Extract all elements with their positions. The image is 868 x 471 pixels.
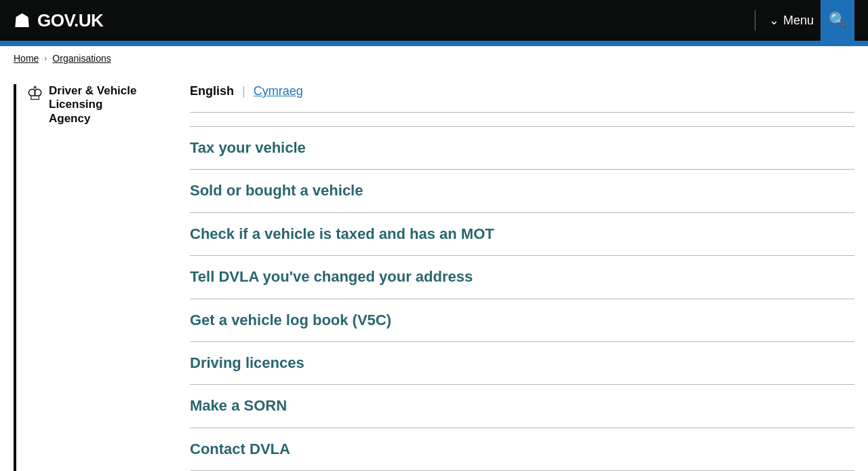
link-item[interactable]: Make a SORN (190, 385, 854, 428)
link-item[interactable]: Tax your vehicle (190, 126, 854, 170)
main-layout: ♔ Driver & Vehicle Licensing Agency Engl… (0, 71, 868, 471)
breadcrumb-home[interactable]: Home (14, 53, 39, 64)
sidebar: ♔ Driver & Vehicle Licensing Agency (14, 84, 163, 471)
breadcrumb-organisations[interactable]: Organisations (52, 53, 111, 64)
header-left: ☗ GOV.UK (14, 10, 103, 32)
breadcrumb: Home › Organisations (0, 46, 868, 71)
link-item[interactable]: Get a vehicle log book (V5C) (190, 299, 854, 342)
search-icon: 🔍 (829, 12, 847, 29)
link-item[interactable]: Driving licences (190, 342, 854, 385)
link-item[interactable]: Check if a vehicle is taxed and has an M… (190, 213, 854, 256)
current-language: English (190, 84, 234, 98)
link-item[interactable]: Sold or bought a vehicle (190, 170, 854, 212)
blue-accent-bar (0, 41, 868, 46)
sidebar-org-name: Driver & Vehicle Licensing Agency (49, 84, 136, 126)
cymraeg-link[interactable]: Cymraeg (254, 84, 303, 98)
site-header: ☗ GOV.UK ⌄ Menu 🔍 (0, 0, 868, 41)
link-item[interactable]: Tell DVLA you've changed your address (190, 256, 854, 299)
links-list: Tax your vehicleSold or bought a vehicle… (190, 126, 854, 471)
gov-uk-title: GOV.UK (37, 10, 103, 31)
search-button[interactable]: 🔍 (821, 0, 854, 41)
dvla-crest-icon: ♔ (26, 84, 43, 103)
language-switcher: English | Cymraeg (190, 84, 854, 113)
link-item[interactable]: Contact DVLA (190, 428, 854, 471)
gov-logo[interactable]: ☗ GOV.UK (14, 10, 103, 32)
header-right: ⌄ Menu 🔍 (755, 0, 854, 41)
main-content: English | Cymraeg Tax your vehicleSold o… (190, 84, 854, 471)
sidebar-logo: ♔ Driver & Vehicle Licensing Agency (26, 84, 163, 126)
breadcrumb-chevron: › (44, 54, 47, 63)
chevron-down-icon: ⌄ (769, 13, 779, 28)
menu-button[interactable]: ⌄ Menu (769, 13, 814, 28)
crown-icon: ☗ (14, 10, 31, 32)
header-divider (755, 10, 755, 31)
language-divider: | (242, 84, 245, 98)
menu-label: Menu (783, 14, 814, 28)
